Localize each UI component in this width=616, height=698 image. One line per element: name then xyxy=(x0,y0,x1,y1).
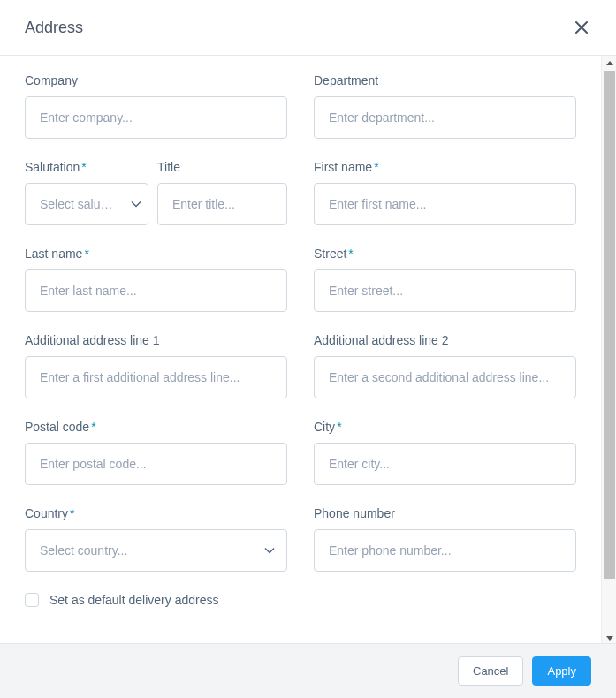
modal-header: Address xyxy=(0,0,616,56)
postal-label: Postal code* xyxy=(25,420,287,434)
country-label: Country* xyxy=(25,506,287,520)
close-button[interactable] xyxy=(572,18,591,37)
triangle-up-icon xyxy=(606,61,613,65)
default-delivery-label: Set as default delivery address xyxy=(49,593,218,607)
modal-title: Address xyxy=(25,19,83,37)
street-input[interactable] xyxy=(314,269,576,312)
addr2-input[interactable] xyxy=(314,356,576,398)
lastname-input[interactable] xyxy=(25,269,287,312)
default-delivery-row[interactable]: Set as default delivery address xyxy=(25,593,576,607)
content-wrapper: Company Department Salutation* Select sa… xyxy=(0,56,616,646)
company-input[interactable] xyxy=(25,96,287,139)
lastname-label: Last name* xyxy=(25,247,287,261)
triangle-down-icon xyxy=(606,636,613,641)
title-input[interactable] xyxy=(157,183,287,225)
form-body: Company Department Salutation* Select sa… xyxy=(0,56,601,646)
postal-input[interactable] xyxy=(25,443,287,485)
modal-footer: Cancel Apply xyxy=(0,643,616,698)
scroll-up-button[interactable] xyxy=(602,56,616,71)
svg-marker-2 xyxy=(606,61,613,65)
apply-button[interactable]: Apply xyxy=(532,656,591,686)
department-label: Department xyxy=(314,73,576,87)
addr1-input[interactable] xyxy=(25,356,287,398)
department-input[interactable] xyxy=(314,96,576,139)
cancel-button[interactable]: Cancel xyxy=(458,656,523,686)
salutation-label: Salutation* xyxy=(25,160,148,174)
scrollbar[interactable] xyxy=(601,56,616,646)
country-select[interactable]: Select country... xyxy=(25,529,287,572)
default-delivery-checkbox[interactable] xyxy=(25,593,39,607)
svg-marker-3 xyxy=(606,636,613,641)
title-label: Title xyxy=(157,160,287,174)
firstname-label: First name* xyxy=(314,160,576,174)
salutation-select[interactable]: Select salutation... xyxy=(25,183,148,225)
company-label: Company xyxy=(25,73,287,87)
city-label: City* xyxy=(314,420,576,434)
addr1-label: Additional address line 1 xyxy=(25,333,287,347)
scroll-thumb[interactable] xyxy=(604,71,615,579)
city-input[interactable] xyxy=(314,443,576,485)
firstname-input[interactable] xyxy=(314,183,576,225)
phone-label: Phone number xyxy=(314,506,576,520)
phone-input[interactable] xyxy=(314,529,576,572)
street-label: Street* xyxy=(314,247,576,261)
close-icon xyxy=(575,21,588,34)
addr2-label: Additional address line 2 xyxy=(314,333,576,347)
